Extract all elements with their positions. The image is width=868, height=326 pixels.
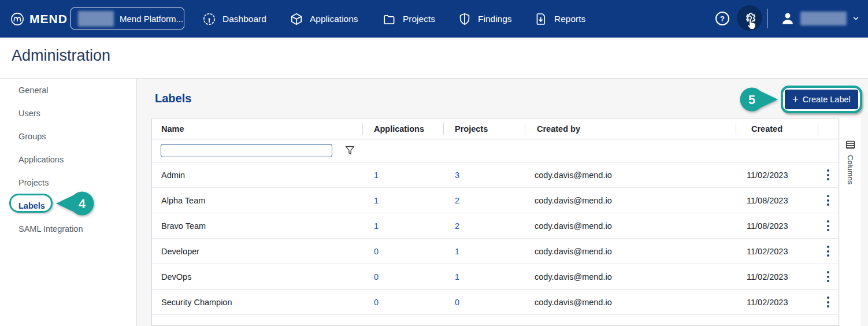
created-by: cody.davis@mend.io	[525, 298, 736, 307]
annotation-step-4-balloon: 4	[54, 190, 96, 217]
row-menu-button[interactable]	[824, 243, 833, 259]
user-avatar-icon	[780, 11, 795, 26]
applications-count-link[interactable]: 0	[374, 247, 379, 256]
shield-icon	[458, 12, 472, 26]
svg-text:5: 5	[748, 92, 755, 107]
projects-count-link[interactable]: 3	[455, 171, 459, 180]
label-name: DevOps	[152, 272, 362, 281]
row-menu-button[interactable]	[824, 218, 833, 234]
table-row: Security Champion 0 0 cody.davis@mend.io…	[152, 290, 839, 315]
columns-panel-label: Columns	[846, 155, 855, 184]
folder-icon	[383, 12, 396, 26]
row-menu-button[interactable]	[824, 269, 833, 284]
workspace-label: Mend Platform...	[120, 14, 183, 24]
created-by: cody.davis@mend.io	[525, 196, 736, 205]
projects-count-link[interactable]: 2	[455, 221, 459, 231]
column-header-created-by[interactable]: Created by	[525, 118, 736, 139]
label-name: Bravo Team	[152, 221, 362, 231]
help-icon: ?	[715, 11, 730, 26]
annotation-highlight-create-label: + Create Label	[781, 86, 862, 113]
label-name: Developer	[152, 247, 362, 256]
page-title: Administration	[12, 47, 110, 65]
sidebar-item-groups[interactable]: Groups	[0, 125, 136, 148]
label-name: Security Champion	[152, 298, 362, 307]
user-menu[interactable]	[780, 8, 860, 29]
table-row: DevOps 0 1 cody.davis@mend.io 11/02/2023	[152, 264, 839, 290]
nav-item-label: Reports	[554, 14, 585, 24]
applications-count-link[interactable]: 0	[374, 272, 379, 281]
column-header-name[interactable]: Name	[152, 118, 362, 139]
created-by: cody.davis@mend.io	[525, 272, 736, 281]
svg-text:?: ?	[720, 14, 725, 23]
nav-divider	[767, 9, 767, 28]
nav-item-dashboard[interactable]: Dashboard	[202, 0, 266, 38]
plus-icon: +	[792, 94, 799, 105]
sidebar-item-saml-integration[interactable]: SAML Integration	[0, 217, 136, 240]
top-navigation: MEND Mend Platform... Dashboard Applicat…	[0, 0, 868, 38]
projects-count-link[interactable]: 1	[455, 272, 459, 281]
nav-item-label: Projects	[403, 14, 435, 24]
nav-item-projects[interactable]: Projects	[383, 0, 435, 38]
create-label-button-text: Create Label	[803, 95, 851, 104]
column-header-actions	[818, 118, 839, 139]
filter-button[interactable]	[345, 146, 355, 155]
column-header-applications[interactable]: Applications	[362, 118, 443, 139]
sidebar-item-applications[interactable]: Applications	[0, 148, 136, 171]
nav-item-findings[interactable]: Findings	[458, 0, 512, 38]
created-date: 11/02/2023	[736, 272, 818, 281]
redacted-workspace-logo	[78, 11, 114, 27]
report-icon	[534, 12, 548, 26]
chevron-down-icon	[852, 14, 860, 23]
row-menu-button[interactable]	[824, 294, 833, 310]
sidebar-item-general[interactable]: General	[0, 79, 136, 102]
created-date: 11/08/2023	[736, 196, 818, 205]
nav-item-label: Dashboard	[222, 14, 266, 24]
projects-count-link[interactable]: 2	[455, 196, 459, 205]
nav-item-label: Applications	[310, 14, 358, 24]
workspace-selector[interactable]: Mend Platform...	[71, 8, 184, 29]
create-label-button[interactable]: + Create Label	[785, 90, 858, 109]
created-date: 11/02/2023	[736, 298, 818, 307]
annotation-step-5-balloon: 5	[738, 86, 780, 113]
table-row: Admin 1 3 cody.davis@mend.io 11/02/2023	[152, 162, 839, 188]
created-by: cody.davis@mend.io	[525, 247, 736, 256]
created-by: cody.davis@mend.io	[525, 221, 736, 231]
nav-item-applications[interactable]: Applications	[290, 0, 358, 38]
sidebar-item-users[interactable]: Users	[0, 102, 136, 125]
applications-count-link[interactable]: 1	[374, 221, 379, 231]
applications-count-link[interactable]: 0	[374, 298, 379, 307]
cube-icon	[290, 12, 303, 26]
table-row: Developer 0 1 cody.davis@mend.io 11/02/2…	[152, 239, 839, 264]
applications-count-link[interactable]: 1	[374, 196, 379, 205]
nav-item-reports[interactable]: Reports	[534, 0, 585, 38]
projects-count-link[interactable]: 1	[455, 247, 459, 256]
funnel-icon	[345, 146, 355, 155]
table-header-row: Name Applications Projects Created by Cr…	[152, 118, 839, 139]
applications-count-link[interactable]: 1	[374, 171, 379, 180]
annotation-highlight-labels	[9, 194, 53, 213]
created-by: cody.davis@mend.io	[525, 171, 736, 180]
projects-count-link[interactable]: 0	[455, 298, 459, 307]
brand-name: MEND	[29, 12, 68, 26]
columns-icon	[845, 140, 855, 150]
labels-table: Name Applications Projects Created by Cr…	[151, 118, 839, 326]
name-filter-input[interactable]	[161, 144, 332, 157]
row-menu-button[interactable]	[824, 167, 833, 183]
help-button[interactable]: ?	[715, 11, 730, 26]
created-date: 11/08/2023	[736, 221, 818, 231]
table-row: Bravo Team 1 2 cody.davis@mend.io 11/08/…	[152, 213, 839, 239]
table-row: Alpha Team 1 2 cody.davis@mend.io 11/08/…	[152, 188, 839, 213]
created-date: 11/02/2023	[736, 247, 818, 256]
column-header-created[interactable]: Created	[736, 118, 818, 139]
label-name: Alpha Team	[152, 196, 362, 205]
created-date: 11/02/2023	[736, 171, 818, 180]
redacted-username	[800, 12, 847, 25]
row-menu-button[interactable]	[824, 192, 833, 208]
columns-panel-toggle[interactable]: Columns	[840, 118, 861, 326]
filter-row	[152, 139, 839, 162]
svg-text:4: 4	[79, 197, 86, 211]
brand: MEND	[10, 0, 68, 38]
nav-item-label: Findings	[478, 14, 512, 24]
mouse-cursor-icon	[745, 17, 758, 31]
column-header-projects[interactable]: Projects	[443, 118, 525, 139]
